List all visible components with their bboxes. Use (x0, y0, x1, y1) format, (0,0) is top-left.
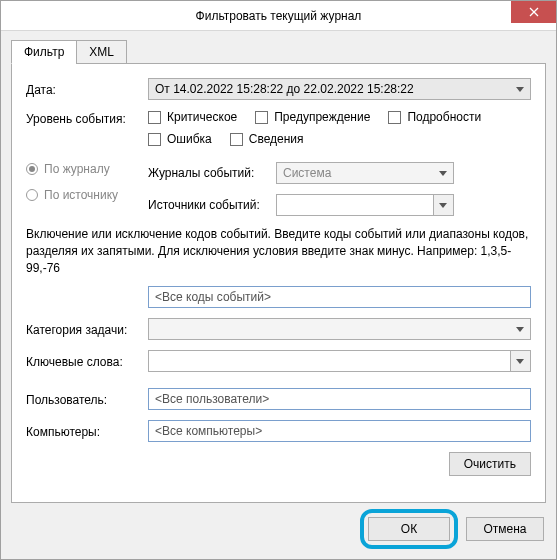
cancel-button[interactable]: Отмена (466, 517, 544, 541)
chevron-down-icon (516, 359, 524, 364)
keywords-dropdown-button[interactable] (511, 350, 531, 372)
keywords-label: Ключевые слова: (26, 353, 148, 369)
chevron-down-icon (516, 327, 524, 332)
chevron-down-icon (439, 171, 447, 176)
checkbox-box (388, 111, 401, 124)
close-icon (529, 7, 539, 17)
journals-dropdown: Система (276, 162, 454, 184)
event-ids-info: Включение или исключение кодов событий. … (26, 226, 531, 276)
checkbox-box (230, 133, 243, 146)
checkbox-box (148, 111, 161, 124)
checkbox-box (255, 111, 268, 124)
radio-label-source: По источнику (44, 188, 118, 202)
checkbox-error[interactable]: Ошибка (148, 132, 212, 146)
event-ids-input[interactable] (148, 286, 531, 308)
clear-button[interactable]: Очистить (449, 452, 531, 476)
date-range-value: От 14.02.2022 15:28:22 до 22.02.2022 15:… (155, 82, 414, 96)
checkbox-label: Предупреждение (274, 110, 370, 124)
level-checkbox-group: Критическое Предупреждение Подробности О… (148, 110, 531, 146)
sources-dropdown-button[interactable] (434, 194, 454, 216)
filter-panel: Дата: От 14.02.2022 15:28:22 до 22.02.20… (11, 63, 546, 503)
checkbox-verbose[interactable]: Подробности (388, 110, 481, 124)
checkbox-label: Критическое (167, 110, 237, 124)
tab-strip: Фильтр XML (11, 40, 546, 64)
date-range-dropdown[interactable]: От 14.02.2022 15:28:22 до 22.02.2022 15:… (148, 78, 531, 100)
chevron-down-icon (439, 203, 447, 208)
window-title: Фильтровать текущий журнал (196, 9, 362, 23)
ok-highlight-ring: ОК (360, 509, 458, 549)
user-label: Пользователь: (26, 391, 148, 407)
category-dropdown (148, 318, 531, 340)
checkbox-label: Сведения (249, 132, 304, 146)
checkbox-critical[interactable]: Критическое (148, 110, 237, 124)
close-button[interactable] (511, 1, 556, 23)
checkbox-label: Ошибка (167, 132, 212, 146)
checkbox-warning[interactable]: Предупреждение (255, 110, 370, 124)
content-area: Фильтр XML Дата: От 14.02.2022 15:28:22 … (1, 31, 556, 513)
date-label: Дата: (26, 81, 148, 97)
tab-filter[interactable]: Фильтр (11, 40, 77, 64)
ok-button[interactable]: ОК (368, 517, 450, 541)
keywords-value (148, 350, 511, 372)
sources-label: Источники событий: (148, 198, 276, 212)
dialog-button-row: ОК Отмена (360, 509, 544, 549)
journals-label: Журналы событий: (148, 166, 276, 180)
radio-label-journal: По журналу (44, 162, 110, 176)
checkbox-box (148, 133, 161, 146)
radio-by-journal: По журналу (26, 162, 148, 176)
journals-value: Система (283, 166, 331, 180)
sources-dropdown[interactable] (276, 194, 454, 216)
tab-xml[interactable]: XML (76, 40, 127, 64)
computers-label: Компьютеры: (26, 423, 148, 439)
radio-circle (26, 163, 38, 175)
checkbox-label: Подробности (407, 110, 481, 124)
radio-column: По журналу По источнику (26, 162, 148, 214)
checkbox-info[interactable]: Сведения (230, 132, 304, 146)
computers-input[interactable] (148, 420, 531, 442)
category-label: Категория задачи: (26, 321, 148, 337)
user-input[interactable] (148, 388, 531, 410)
chevron-down-icon (516, 87, 524, 92)
spacer-label (26, 296, 148, 298)
keywords-dropdown[interactable] (148, 350, 531, 372)
radio-by-source: По источнику (26, 188, 148, 202)
titlebar: Фильтровать текущий журнал (1, 1, 556, 31)
radio-circle (26, 189, 38, 201)
sources-value (276, 194, 434, 216)
dialog-window: Фильтровать текущий журнал Фильтр XML Да… (0, 0, 557, 560)
level-label: Уровень события: (26, 110, 148, 126)
